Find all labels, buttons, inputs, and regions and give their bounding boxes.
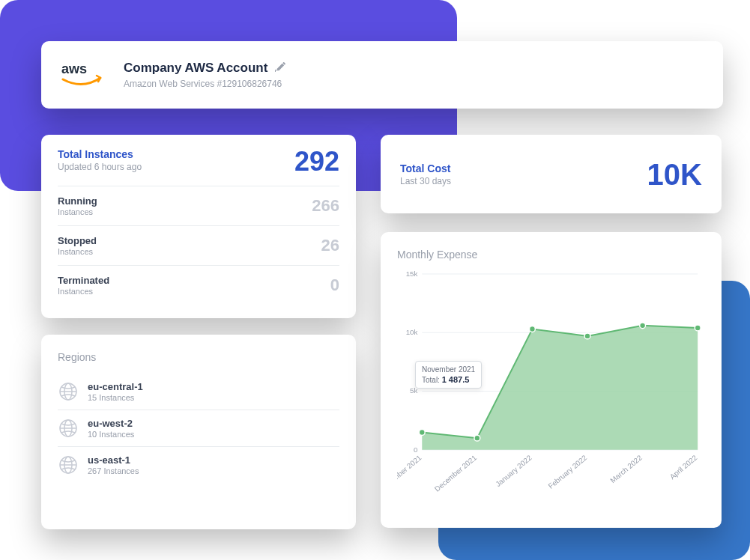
svg-point-21	[584, 333, 590, 339]
account-subtitle: Amazon Web Services #129106826746	[124, 79, 286, 89]
instances-row-value: 266	[312, 196, 339, 216]
edit-icon[interactable]	[275, 61, 286, 76]
monthly-expense-card: Monthly Expense 05k10k15kNovember 2021De…	[381, 232, 722, 528]
globe-icon	[58, 381, 79, 402]
regions-card: Regions eu-central-1 15 Instances eu-wes…	[41, 335, 356, 529]
aws-logo: aws	[60, 60, 105, 90]
cost-subtitle: Last 30 days	[400, 176, 451, 186]
instances-row-sub: Instances	[58, 247, 97, 256]
region-name: eu-west-2	[88, 418, 134, 429]
region-sub: 15 Instances	[88, 393, 143, 402]
svg-point-18	[419, 430, 425, 436]
region-name: eu-central-1	[88, 381, 143, 392]
tooltip-label: November 2021	[422, 365, 475, 374]
globe-icon	[58, 418, 79, 439]
instances-row-value: 26	[321, 236, 339, 255]
svg-text:December 2021: December 2021	[433, 454, 478, 493]
svg-text:January 2022: January 2022	[494, 454, 533, 488]
total-cost-card: Total Cost Last 30 days 10K	[381, 135, 722, 213]
svg-text:0: 0	[414, 445, 418, 454]
svg-text:15k: 15k	[406, 270, 418, 278]
region-row: eu-central-1 15 Instances	[58, 374, 339, 410]
svg-text:aws: aws	[61, 61, 87, 76]
account-header-card: aws Company AWS Account Amazon Web Servi…	[41, 41, 723, 109]
account-title: Company AWS Account	[124, 61, 267, 76]
svg-point-20	[530, 326, 536, 332]
svg-point-23	[695, 325, 701, 331]
regions-title: Regions	[58, 351, 339, 363]
instances-row-terminated: Terminated Instances 0	[58, 266, 339, 305]
svg-text:10k: 10k	[406, 328, 418, 336]
tooltip-value: 1 487.5	[442, 375, 470, 384]
instances-row-sub: Instances	[58, 207, 97, 216]
instances-row-running: Running Instances 266	[58, 186, 339, 226]
instances-updated: Updated 6 hours ago	[58, 162, 142, 172]
instances-row-value: 0	[330, 276, 339, 295]
chart-tooltip: November 2021 Total: 1 487.5	[415, 361, 482, 389]
region-name: us-east-1	[88, 454, 139, 466]
svg-point-22	[640, 323, 646, 329]
region-row: us-east-1 267 Instances	[58, 447, 339, 483]
region-sub: 267 Instances	[88, 466, 139, 475]
svg-text:November 2021: November 2021	[397, 454, 423, 493]
cost-value: 10K	[647, 159, 702, 189]
instances-row-sub: Instances	[58, 287, 109, 296]
svg-text:April 2022: April 2022	[668, 454, 699, 481]
instances-row-label: Stopped	[58, 235, 97, 246]
chart-title: Monthly Expense	[397, 249, 705, 261]
expense-chart-svg: 05k10k15kNovember 2021December 2021Janua…	[397, 267, 705, 516]
chart-area: 05k10k15kNovember 2021December 2021Janua…	[397, 267, 705, 516]
instances-row-label: Terminated	[58, 275, 109, 286]
instances-row-stopped: Stopped Instances 26	[58, 226, 339, 266]
cost-title: Total Cost	[400, 162, 451, 174]
instances-title: Total Instances	[58, 148, 142, 160]
svg-text:February 2022: February 2022	[547, 454, 589, 490]
instances-row-label: Running	[58, 195, 97, 207]
region-row: eu-west-2 10 Instances	[58, 410, 339, 447]
svg-point-19	[474, 435, 480, 441]
total-instances-card: Total Instances Updated 6 hours ago 292 …	[41, 135, 356, 318]
tooltip-prefix: Total:	[422, 376, 442, 384]
globe-icon	[58, 454, 79, 475]
region-sub: 10 Instances	[88, 430, 134, 439]
svg-text:March 2022: March 2022	[608, 454, 644, 485]
instances-total-value: 292	[294, 148, 339, 175]
